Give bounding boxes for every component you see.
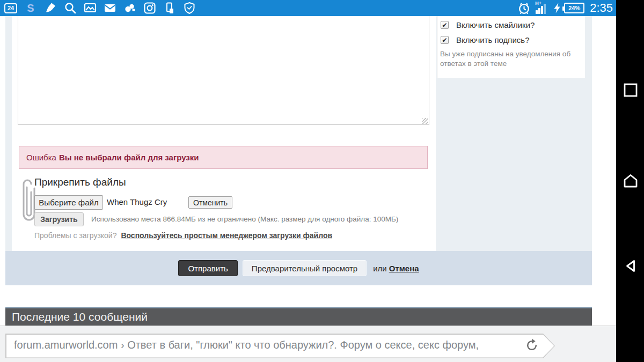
swarm-icon bbox=[123, 2, 136, 14]
gallery-icon bbox=[84, 2, 97, 14]
post-options-panel: ✔ Включить смайлики? ✔ Включить подпись?… bbox=[437, 16, 585, 78]
upload-problems-line: Проблемы с загрузкой? Воспользуйтесь про… bbox=[34, 231, 332, 240]
form-actions-band: Отправить Предварительный просмотр илиОт… bbox=[5, 251, 592, 285]
message-textarea[interactable] bbox=[18, 16, 429, 125]
home-button[interactable] bbox=[623, 173, 639, 188]
cancel-file-button[interactable]: Отменить bbox=[188, 196, 232, 209]
error-text: Вы не выбрали файл для загрузки bbox=[59, 153, 199, 162]
status-indicators: H+ 24% 2:35 bbox=[517, 0, 613, 16]
android-navigation-bar bbox=[616, 0, 644, 362]
signature-label: Включить подпись? bbox=[456, 35, 530, 45]
error-message-box: Ошибка Вы не выбрали файл для загрузки bbox=[19, 146, 428, 169]
mail-icon bbox=[104, 2, 116, 14]
textarea-resize-grip[interactable] bbox=[422, 118, 428, 124]
search-icon bbox=[64, 2, 77, 14]
attach-files-heading: Прикрепить файлы bbox=[34, 176, 126, 188]
preview-button[interactable]: Предварительный просмотр bbox=[243, 260, 367, 276]
choose-file-button[interactable]: Выберите файл bbox=[34, 195, 103, 210]
submit-button[interactable]: Отправить bbox=[178, 260, 237, 276]
shield-icon bbox=[183, 2, 196, 14]
or-text: или bbox=[373, 264, 387, 273]
selected-file-name: When Thugz Cry bbox=[107, 197, 167, 206]
clean-brush-icon bbox=[44, 2, 57, 14]
smilies-checkbox[interactable]: ✔ bbox=[441, 21, 449, 29]
url-field[interactable]: forum.amurworld.com › Ответ в баги, "глю… bbox=[5, 334, 555, 358]
recents-button[interactable] bbox=[623, 83, 638, 98]
error-label: Ошибка bbox=[26, 153, 56, 162]
url-text[interactable]: forum.amurworld.com › Ответ в баги, "глю… bbox=[14, 334, 517, 357]
quota-text: Использовано места 866.84МБ из не ограни… bbox=[91, 215, 398, 223]
alarm-icon bbox=[517, 2, 531, 15]
status-bar: 24 S bbox=[0, 0, 616, 16]
paperclip-icon bbox=[19, 177, 35, 224]
signature-checkbox[interactable]: ✔ bbox=[441, 36, 449, 44]
instagram-icon bbox=[143, 2, 156, 14]
smilies-label: Включить смайлики? bbox=[456, 20, 535, 29]
last-messages-title: Последние 10 сообщений bbox=[12, 311, 148, 323]
upload-button[interactable]: Загрузить bbox=[34, 212, 84, 226]
device-screen: 24 S bbox=[0, 0, 644, 362]
simple-upload-manager-link[interactable]: Воспользуйтесь простым менеджером загруз… bbox=[121, 231, 332, 240]
upload-problems-text: Проблемы с загрузкой? bbox=[34, 231, 116, 240]
subscribed-note: Вы уже подписаны на уведомления об ответ… bbox=[440, 49, 575, 69]
battery-icon: 24% bbox=[564, 3, 584, 13]
battery-percent: 24% bbox=[568, 5, 580, 11]
charging-bolt-icon bbox=[553, 2, 561, 14]
signal-strength-icon: H+ bbox=[535, 1, 549, 15]
cancel-link[interactable]: Отмена bbox=[389, 264, 419, 273]
skype-icon: S bbox=[24, 2, 37, 14]
notification-icons: 24 S bbox=[0, 2, 196, 14]
last-messages-header: Последние 10 сообщений bbox=[5, 307, 592, 326]
phone-icon bbox=[163, 2, 176, 14]
network-type-label: H+ bbox=[535, 1, 541, 6]
forum-page-wrapper: Ошибка Вы не выбрали файл для загрузки П… bbox=[5, 16, 592, 285]
refresh-icon[interactable] bbox=[525, 338, 539, 352]
or-cancel-group: илиОтмена bbox=[373, 264, 419, 273]
status-clock: 2:35 bbox=[590, 1, 613, 15]
reply-form-panel: Ошибка Вы не выбрали файл для загрузки П… bbox=[12, 16, 436, 251]
back-button[interactable] bbox=[624, 258, 638, 274]
calendar-24-icon: 24 bbox=[4, 2, 17, 14]
browser-address-bar: forum.amurworld.com › Ответ в баги, "глю… bbox=[0, 326, 616, 362]
